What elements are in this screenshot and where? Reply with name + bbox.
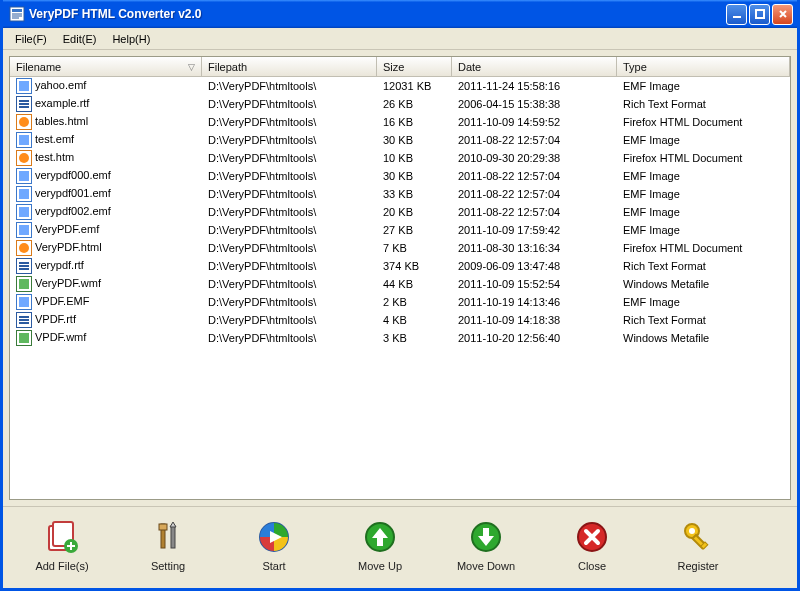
close-window-button[interactable]	[772, 4, 793, 25]
cell-filepath: D:\VeryPDF\htmltools\	[202, 332, 377, 344]
file-type-icon	[16, 312, 32, 328]
cell-date: 2011-10-09 14:59:52	[452, 116, 617, 128]
table-row[interactable]: verypdf.rtfD:\VeryPDF\htmltools\374 KB20…	[10, 257, 790, 275]
table-row[interactable]: verypdf002.emfD:\VeryPDF\htmltools\20 KB…	[10, 203, 790, 221]
table-row[interactable]: test.emfD:\VeryPDF\htmltools\30 KB2011-0…	[10, 131, 790, 149]
file-type-icon	[16, 96, 32, 112]
cell-filename: VeryPDF.wmf	[35, 277, 101, 289]
cell-size: 3 KB	[377, 332, 452, 344]
table-row[interactable]: yahoo.emfD:\VeryPDF\htmltools\12031 KB20…	[10, 77, 790, 95]
start-button[interactable]: Start	[235, 520, 313, 572]
svg-rect-2	[756, 10, 764, 18]
table-row[interactable]: VPDF.EMFD:\VeryPDF\htmltools\2 KB2011-10…	[10, 293, 790, 311]
table-row[interactable]: VPDF.wmfD:\VeryPDF\htmltools\3 KB2011-10…	[10, 329, 790, 347]
cell-type: Rich Text Format	[617, 314, 790, 326]
file-type-icon	[16, 114, 32, 130]
cell-date: 2011-08-22 12:57:04	[452, 134, 617, 146]
table-row[interactable]: verypdf000.emfD:\VeryPDF\htmltools\30 KB…	[10, 167, 790, 185]
svg-rect-8	[171, 526, 175, 548]
col-header-size[interactable]: Size	[377, 57, 452, 76]
cell-date: 2011-08-30 13:16:34	[452, 242, 617, 254]
menubar: File(F) Edit(E) Help(H)	[3, 28, 797, 50]
cell-filename: test.emf	[35, 133, 74, 145]
table-row[interactable]: verypdf001.emfD:\VeryPDF\htmltools\33 KB…	[10, 185, 790, 203]
minimize-button[interactable]	[726, 4, 747, 25]
col-header-type[interactable]: Type	[617, 57, 790, 76]
col-header-date[interactable]: Date	[452, 57, 617, 76]
cell-filepath: D:\VeryPDF\htmltools\	[202, 206, 377, 218]
cell-date: 2011-10-09 15:52:54	[452, 278, 617, 290]
cell-size: 30 KB	[377, 170, 452, 182]
maximize-button[interactable]	[749, 4, 770, 25]
start-label: Start	[262, 560, 285, 572]
file-type-icon	[16, 276, 32, 292]
cell-size: 20 KB	[377, 206, 452, 218]
cell-filename: tables.html	[35, 115, 88, 127]
cell-filename: example.rtf	[35, 97, 89, 109]
file-listview[interactable]: Filename ▽ Filepath Size Date Type yahoo…	[9, 56, 791, 500]
svg-point-15	[689, 528, 695, 534]
rows-container: yahoo.emfD:\VeryPDF\htmltools\12031 KB20…	[10, 77, 790, 347]
cell-date: 2011-11-24 15:58:16	[452, 80, 617, 92]
add-files-button[interactable]: Add File(s)	[23, 520, 101, 572]
cell-size: 16 KB	[377, 116, 452, 128]
cell-size: 12031 KB	[377, 80, 452, 92]
col-header-filename[interactable]: Filename ▽	[10, 57, 202, 76]
start-icon	[257, 520, 291, 554]
table-row[interactable]: test.htmD:\VeryPDF\htmltools\10 KB2010-0…	[10, 149, 790, 167]
cell-filepath: D:\VeryPDF\htmltools\	[202, 134, 377, 146]
cell-filepath: D:\VeryPDF\htmltools\	[202, 224, 377, 236]
move-down-button[interactable]: Move Down	[447, 520, 525, 572]
file-type-icon	[16, 150, 32, 166]
svg-rect-1	[733, 16, 741, 18]
register-button[interactable]: Register	[659, 520, 737, 572]
cell-filename: verypdf.rtf	[35, 259, 84, 271]
cell-date: 2011-08-22 12:57:04	[452, 170, 617, 182]
cell-type: Rich Text Format	[617, 98, 790, 110]
file-type-icon	[16, 186, 32, 202]
col-header-filepath[interactable]: Filepath	[202, 57, 377, 76]
move-up-button[interactable]: Move Up	[341, 520, 419, 572]
cell-date: 2010-09-30 20:29:38	[452, 152, 617, 164]
cell-size: 30 KB	[377, 134, 452, 146]
cell-type: EMF Image	[617, 170, 790, 182]
file-type-icon	[16, 78, 32, 94]
file-type-icon	[16, 240, 32, 256]
table-row[interactable]: VeryPDF.wmfD:\VeryPDF\htmltools\44 KB201…	[10, 275, 790, 293]
move-up-label: Move Up	[358, 560, 402, 572]
table-row[interactable]: VeryPDF.htmlD:\VeryPDF\htmltools\7 KB201…	[10, 239, 790, 257]
table-row[interactable]: VPDF.rtfD:\VeryPDF\htmltools\4 KB2011-10…	[10, 311, 790, 329]
cell-type: Firefox HTML Document	[617, 152, 790, 164]
menu-edit[interactable]: Edit(E)	[55, 31, 105, 47]
move-down-icon	[469, 520, 503, 554]
cell-filepath: D:\VeryPDF\htmltools\	[202, 260, 377, 272]
cell-size: 44 KB	[377, 278, 452, 290]
cell-type: EMF Image	[617, 224, 790, 236]
cell-size: 26 KB	[377, 98, 452, 110]
cell-type: Windows Metafile	[617, 332, 790, 344]
bottom-toolbar: Add File(s) Setting Start Move Up Move D	[3, 506, 797, 588]
titlebar[interactable]: VeryPDF HTML Converter v2.0	[3, 0, 797, 28]
register-icon	[681, 520, 715, 554]
cell-filepath: D:\VeryPDF\htmltools\	[202, 278, 377, 290]
table-row[interactable]: VeryPDF.emfD:\VeryPDF\htmltools\27 KB201…	[10, 221, 790, 239]
file-type-icon	[16, 294, 32, 310]
cell-type: Windows Metafile	[617, 278, 790, 290]
table-row[interactable]: tables.htmlD:\VeryPDF\htmltools\16 KB201…	[10, 113, 790, 131]
cell-filepath: D:\VeryPDF\htmltools\	[202, 242, 377, 254]
cell-date: 2011-10-09 14:18:38	[452, 314, 617, 326]
menu-file[interactable]: File(F)	[7, 31, 55, 47]
svg-rect-7	[159, 524, 167, 530]
cell-filepath: D:\VeryPDF\htmltools\	[202, 98, 377, 110]
menu-help[interactable]: Help(H)	[104, 31, 158, 47]
close-button[interactable]: Close	[553, 520, 631, 572]
cell-type: Rich Text Format	[617, 260, 790, 272]
close-label: Close	[578, 560, 606, 572]
setting-button[interactable]: Setting	[129, 520, 207, 572]
cell-size: 4 KB	[377, 314, 452, 326]
table-row[interactable]: example.rtfD:\VeryPDF\htmltools\26 KB200…	[10, 95, 790, 113]
register-label: Register	[678, 560, 719, 572]
cell-size: 33 KB	[377, 188, 452, 200]
cell-size: 7 KB	[377, 242, 452, 254]
cell-filename: VPDF.EMF	[35, 295, 89, 307]
